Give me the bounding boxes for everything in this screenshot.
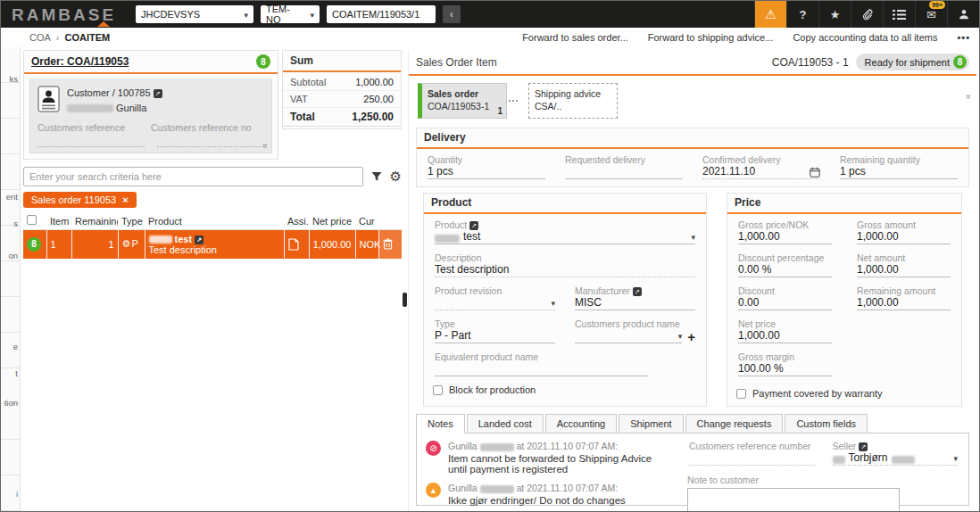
open-product-icon[interactable] <box>469 221 478 230</box>
sidebar-fragment[interactable]: ent <box>6 192 18 202</box>
customers-product-name-field[interactable]: Customers product name + <box>573 318 697 343</box>
settings-gear-icon[interactable]: ⚙ <box>390 169 402 185</box>
open-seller-icon[interactable] <box>859 442 868 451</box>
open-product-icon[interactable] <box>195 235 203 244</box>
seller-field[interactable]: Seller Torbjørn <box>831 441 960 466</box>
manufacturer-field[interactable]: Manufacturer MISC <box>573 285 697 310</box>
chevron-down-icon[interactable] <box>953 451 958 464</box>
filter-tag[interactable]: Sales order 119053 × <box>23 192 137 208</box>
open-manufacturer-icon[interactable] <box>633 287 642 296</box>
note-item: ⊘ Gunilla at 2021.11.10 07:07 AM: Item c… <box>426 441 673 475</box>
expand-card-chevron-icon[interactable]: « <box>261 144 270 149</box>
sidebar-fragment[interactable]: on <box>8 251 18 260</box>
content-area: ks ent s on e t tion i Order: COA/119053… <box>1 47 979 511</box>
workflow-current-step[interactable]: Sales order COA/119053-1 1 <box>418 83 507 119</box>
product-revision-field[interactable]: Product revision <box>433 285 557 310</box>
equivalent-product-name-field[interactable]: Equivalent product name <box>433 351 650 376</box>
note-to-customer-label: Note to customer <box>687 475 959 485</box>
tab-change-requests[interactable]: Change requests <box>685 414 784 433</box>
user-profile-icon[interactable] <box>947 1 979 28</box>
product-field[interactable]: Product test <box>433 219 697 244</box>
requested-delivery-field[interactable]: Requested delivery <box>563 154 685 179</box>
menu-list-icon[interactable] <box>883 1 915 28</box>
col-type[interactable]: Type <box>118 212 145 230</box>
discount-field[interactable]: Discount 0.00 <box>736 285 834 310</box>
sidebar-fragment[interactable]: s <box>13 219 18 228</box>
gross-price-field[interactable]: Gross price/NOK 1,000.00 <box>736 219 834 244</box>
forward-to-sales-order-link[interactable]: Forward to sales order... <box>522 32 628 43</box>
equivalent-product-name-label: Equivalent product name <box>435 351 648 362</box>
row-product-name[interactable]: test <box>175 234 193 244</box>
back-button[interactable]: ‹ <box>443 5 461 23</box>
chevron-down-icon[interactable] <box>678 329 683 342</box>
block-for-production-checkbox[interactable] <box>433 385 443 395</box>
description-field[interactable]: Description Test description <box>433 252 697 277</box>
chevron-down-icon[interactable] <box>551 296 555 309</box>
confirmed-delivery-label: Confirmed delivery <box>702 154 820 165</box>
col-assigned[interactable]: Assi... <box>284 212 309 230</box>
row-assigned[interactable] <box>284 230 309 259</box>
sidebar-fragment[interactable]: e <box>13 342 18 351</box>
calendar-icon[interactable] <box>810 167 820 178</box>
add-customers-product-name-button[interactable]: + <box>687 330 695 343</box>
rambase-logo[interactable]: RAMBASE <box>12 6 116 23</box>
table-row[interactable]: 8 1 1 P test Test description <box>23 230 402 259</box>
copy-accounting-link[interactable]: Copy accounting data to all items <box>793 32 937 43</box>
collapsed-sidebar[interactable]: ks ent s on e t tion i <box>1 47 21 511</box>
col-product[interactable]: Product <box>145 212 284 230</box>
breadcrumb-parent[interactable]: COA <box>29 32 51 43</box>
col-item[interactable]: Item <box>46 212 71 230</box>
order-title-link[interactable]: Order: COA/119053 <box>31 55 129 68</box>
type-field[interactable]: Type P - Part <box>433 318 557 343</box>
customers-reference-no-field[interactable] <box>157 144 264 147</box>
messages-envelope-icon[interactable]: ✉ 99+ <box>915 1 947 28</box>
attachment-paperclip-icon[interactable] <box>851 1 883 28</box>
gross-price-label: Gross price/NOK <box>738 219 832 230</box>
panel-splitter[interactable] <box>402 50 408 511</box>
locale-select[interactable]: TEM-NO <box>261 5 320 23</box>
document-id-input[interactable] <box>327 5 436 23</box>
workflow-connector <box>505 100 518 102</box>
gross-price-value: 1,000.00 <box>738 230 780 243</box>
messages-count-badge: 99+ <box>929 1 945 9</box>
main-area: Order: COA/119053 8 Customer / 10078 <box>21 47 979 511</box>
chevron-down-icon[interactable] <box>691 230 695 243</box>
splitter-drag-handle[interactable] <box>403 293 407 307</box>
tab-landed-cost[interactable]: Landed cost <box>467 414 544 433</box>
tab-custom-fields[interactable]: Custom fields <box>785 414 868 433</box>
col-currency[interactable]: Cur <box>355 212 378 230</box>
sidebar-fragment[interactable]: ks <box>10 74 19 84</box>
tab-notes[interactable]: Notes <box>416 414 465 434</box>
customers-reference-field[interactable] <box>37 144 145 147</box>
favorites-star-icon[interactable]: ★ <box>818 1 851 28</box>
forward-to-shipping-advice-link[interactable]: Forward to shipping advice... <box>648 32 774 43</box>
remaining-quantity-field[interactable]: Remaining quantity 1 pcs <box>838 154 959 179</box>
breadcrumb-separator <box>56 32 60 43</box>
row-delete[interactable] <box>378 230 402 259</box>
tab-accounting[interactable]: Accounting <box>545 414 617 433</box>
payment-warranty-checkbox[interactable] <box>736 389 746 399</box>
search-input[interactable] <box>23 167 363 186</box>
more-actions-button[interactable]: ••• <box>957 32 970 43</box>
discount-percentage-field[interactable]: Discount percentage 0.00 % <box>736 252 834 277</box>
sidebar-fragment[interactable]: i <box>16 489 18 499</box>
sidebar-fragment[interactable]: t <box>15 368 18 378</box>
warning-icon[interactable]: ⚠ <box>754 1 786 28</box>
sidebar-fragment[interactable]: tion <box>4 398 18 408</box>
help-icon[interactable]: ? <box>786 1 818 28</box>
open-customer-icon[interactable] <box>154 89 162 98</box>
quantity-field[interactable]: Quantity 1 pcs <box>426 154 547 179</box>
col-net-price[interactable]: Net price <box>309 212 355 230</box>
collapse-workflow-chevron-icon[interactable]: « <box>964 95 974 100</box>
confirmed-delivery-field[interactable]: Confirmed delivery 2021.11.10 <box>701 154 822 179</box>
status-pill: Ready for shipment 8 <box>856 54 969 70</box>
customers-reference-number-field[interactable]: Customers reference number <box>687 441 817 466</box>
workflow-next-step[interactable]: Shipping advice CSA/.. <box>528 83 618 119</box>
filter-funnel-icon[interactable] <box>370 170 383 183</box>
remove-filter-icon[interactable]: × <box>122 194 128 205</box>
select-all-checkbox[interactable] <box>27 215 37 225</box>
system-select[interactable]: JHCDEVSYS <box>136 5 253 23</box>
tab-shipment[interactable]: Shipment <box>619 414 683 433</box>
col-remaining[interactable]: Remaining <box>71 212 118 230</box>
note-to-customer-textarea[interactable] <box>687 488 900 512</box>
